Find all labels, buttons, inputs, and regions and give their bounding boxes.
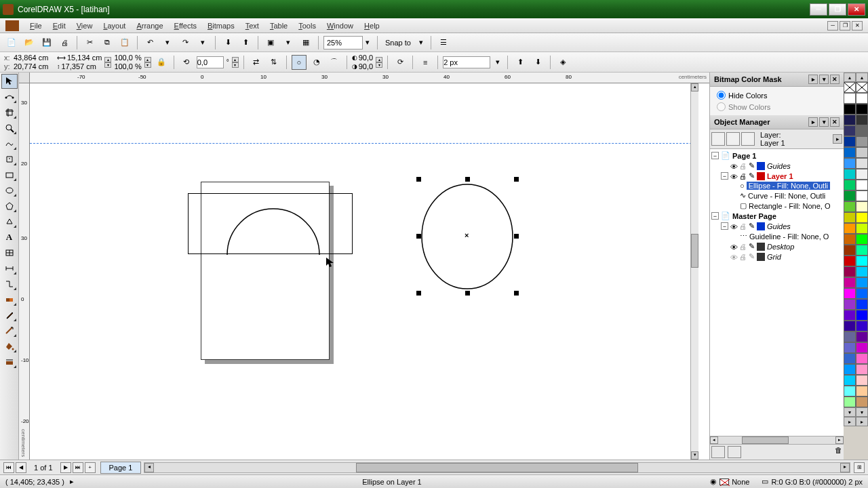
- color-swatch[interactable]: [844, 125, 856, 136]
- no-color-2[interactable]: [856, 82, 868, 93]
- navigator-button[interactable]: ⊞: [854, 462, 865, 473]
- lock-ratio-button[interactable]: 🔒: [154, 55, 169, 70]
- text-tool[interactable]: A: [1, 230, 18, 245]
- bitmap-mask-menu[interactable]: ▾: [819, 75, 829, 84]
- menu-layout[interactable]: Layout: [98, 20, 131, 32]
- menu-effects[interactable]: Effects: [169, 20, 202, 32]
- scale-x[interactable]: 100,0 %: [114, 54, 141, 62]
- color-swatch[interactable]: [856, 364, 868, 375]
- prev-page-button[interactable]: ◀: [16, 462, 26, 473]
- selection-center[interactable]: ×: [465, 231, 469, 239]
- page1-toggle[interactable]: −: [711, 152, 719, 159]
- bitmap-mask-collapse[interactable]: ▸: [808, 75, 818, 84]
- color-swatch[interactable]: [844, 353, 856, 364]
- layer1-node[interactable]: Layer 1: [767, 172, 793, 180]
- menu-window[interactable]: Window: [321, 20, 359, 32]
- color-swatch[interactable]: [856, 104, 868, 115]
- color-swatch[interactable]: [844, 201, 856, 212]
- palette1-flyout[interactable]: ▸: [844, 417, 856, 426]
- color-swatch[interactable]: [856, 212, 868, 223]
- next-page-button[interactable]: ▶: [60, 462, 71, 473]
- menu-file[interactable]: File: [24, 20, 47, 32]
- color-swatch[interactable]: [856, 223, 868, 234]
- shape-tool[interactable]: [1, 89, 18, 104]
- curve-object[interactable]: [224, 190, 323, 265]
- outline-tool[interactable]: [1, 323, 18, 338]
- wrap-button[interactable]: ≡: [418, 55, 433, 70]
- color-swatch[interactable]: [844, 288, 856, 299]
- obj-mgr-collapse[interactable]: ▸: [808, 117, 818, 127]
- color-swatch[interactable]: [856, 256, 868, 266]
- reverse-dir-button[interactable]: ⟳: [393, 55, 408, 70]
- mdi-close[interactable]: ✕: [852, 21, 863, 30]
- color-swatch[interactable]: [844, 223, 856, 234]
- handle-bc[interactable]: [465, 291, 470, 296]
- master-guides-node[interactable]: Guides: [767, 222, 791, 230]
- color-swatch[interactable]: [856, 396, 868, 407]
- menu-help[interactable]: Help: [359, 20, 385, 32]
- options-button[interactable]: ☰: [436, 35, 451, 50]
- palette2-flyout[interactable]: ▸: [856, 417, 868, 426]
- fill-tool[interactable]: [1, 339, 18, 354]
- color-swatch[interactable]: [856, 180, 868, 190]
- page1-tab[interactable]: Page 1: [100, 462, 142, 474]
- spin-down[interactable]: ▾: [104, 62, 111, 68]
- color-swatch[interactable]: [844, 299, 856, 310]
- handle-tc[interactable]: [465, 177, 470, 182]
- maximize-button[interactable]: ❐: [829, 3, 846, 16]
- color-swatch[interactable]: [844, 364, 856, 375]
- convert-curves-button[interactable]: ◈: [555, 55, 570, 70]
- pie-mode-button[interactable]: ◔: [309, 55, 324, 70]
- color-swatch[interactable]: [856, 375, 868, 386]
- handle-mr[interactable]: [514, 234, 519, 239]
- obj-mgr-options[interactable]: ▸: [833, 134, 842, 144]
- obj-mgr-menu[interactable]: ▾: [819, 117, 829, 127]
- handle-br[interactable]: [514, 291, 519, 296]
- interactive-tool[interactable]: [1, 292, 18, 307]
- cut-button[interactable]: ✂: [82, 35, 97, 50]
- undo-button[interactable]: ↶: [142, 35, 157, 50]
- color-swatch[interactable]: [844, 310, 856, 321]
- undo-drop[interactable]: ▾: [160, 35, 175, 50]
- first-page-button[interactable]: ⏮: [3, 462, 14, 473]
- bitmap-mask-close[interactable]: ✕: [830, 75, 840, 84]
- layer-view-button[interactable]: [741, 132, 755, 146]
- color-swatch[interactable]: [856, 342, 868, 353]
- arc-end[interactable]: 90,0: [359, 62, 373, 70]
- connector-tool[interactable]: [1, 277, 18, 291]
- size-h[interactable]: 17,357 cm: [62, 62, 96, 70]
- color-swatch[interactable]: [844, 136, 856, 147]
- zoom-combo[interactable]: [323, 36, 363, 49]
- palette1-up[interactable]: ▴: [844, 73, 856, 82]
- basic-shapes-tool[interactable]: [1, 214, 18, 229]
- canvas-area[interactable]: centimeters -70 -50 0 10 30 30 40 60 80 …: [19, 73, 709, 460]
- horizontal-ruler[interactable]: centimeters -70 -50 0 10 30 30 40 60 80: [30, 73, 709, 83]
- handle-ml[interactable]: [416, 234, 421, 239]
- ellipse-node[interactable]: Ellipse - Fill: None, Outli: [747, 182, 830, 190]
- layer1-toggle[interactable]: −: [721, 172, 728, 180]
- color-swatch[interactable]: [856, 310, 868, 321]
- color-swatch[interactable]: [856, 277, 868, 288]
- color-swatch[interactable]: [844, 115, 856, 125]
- save-button[interactable]: 💾: [39, 35, 54, 50]
- outline-width-input[interactable]: [443, 56, 490, 68]
- size-w[interactable]: 15,134 cm: [67, 54, 102, 62]
- color-swatch[interactable]: [844, 93, 856, 104]
- last-page-button[interactable]: ⏭: [73, 462, 83, 473]
- color-swatch[interactable]: [844, 321, 856, 331]
- color-swatch[interactable]: [856, 299, 868, 310]
- show-colors-radio[interactable]: Show Colors: [713, 101, 841, 113]
- snap-drop[interactable]: ▾: [416, 35, 426, 50]
- rotation-input[interactable]: [197, 56, 224, 68]
- vertical-ruler[interactable]: 30 20 30 0 -10 -20 centimeters: [19, 83, 30, 460]
- obj-mgr-close[interactable]: ✕: [830, 117, 840, 127]
- handle-bl[interactable]: [416, 291, 421, 296]
- color-swatch[interactable]: [844, 180, 856, 190]
- color-swatch[interactable]: [856, 158, 868, 169]
- color-swatch[interactable]: [844, 342, 856, 353]
- horizontal-guideline[interactable]: [30, 143, 698, 144]
- palette2-up[interactable]: ▴: [856, 73, 868, 82]
- menu-tools[interactable]: Tools: [293, 20, 321, 32]
- color-swatch[interactable]: [856, 266, 868, 277]
- palette1-down[interactable]: ▾: [844, 407, 856, 417]
